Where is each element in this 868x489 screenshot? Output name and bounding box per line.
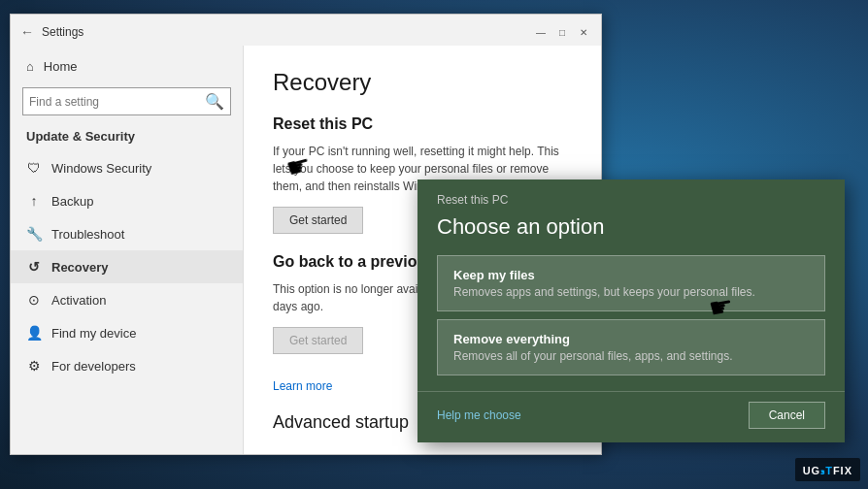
page-title: Recovery [273,69,572,96]
dialog-header: Reset this PC [417,179,845,211]
home-icon: ⌂ [26,59,34,74]
sidebar-item-recovery[interactable]: ↺ Recovery [11,250,243,283]
go-back-get-started-button: Get started [273,327,363,354]
sidebar-item-find-my-device[interactable]: 👤 Find my device [11,316,243,349]
sidebar-item-windows-security[interactable]: 🛡 Windows Security [11,151,243,184]
remove-everything-option[interactable]: Remove everything Removes all of your pe… [437,319,825,375]
cancel-button[interactable]: Cancel [749,402,825,429]
close-button[interactable]: ✕ [576,24,591,40]
watermark-et: ₃T [820,465,833,476]
keep-my-files-option[interactable]: Keep my files Removes apps and settings,… [437,255,825,311]
find-device-icon: 👤 [26,325,42,341]
shield-icon: 🛡 [26,160,42,176]
backup-icon: ↑ [26,193,42,209]
minimize-button[interactable]: — [533,24,549,40]
watermark-ug: UG [803,465,821,476]
activation-icon: ⊙ [26,292,42,308]
sidebar-item-label: Windows Security [51,161,151,176]
dialog-options: Keep my files Removes apps and settings,… [417,255,845,391]
sidebar-item-troubleshoot[interactable]: 🔧 Troubleshoot [11,217,243,250]
sidebar-home[interactable]: ⌂ Home [11,49,243,83]
option1-desc: Removes apps and settings, but keeps you… [453,285,809,299]
reset-dialog: Reset this PC Choose an option Keep my f… [417,179,845,442]
title-bar-left: ← Settings [20,24,83,40]
sidebar-item-label: For developers [51,359,136,374]
sidebar-item-label: Recovery [51,260,109,275]
sidebar-item-backup[interactable]: ↑ Backup [11,184,243,217]
watermark: UG₃TFIX [795,458,860,481]
sidebar-item-label: Find my device [51,326,136,341]
sidebar-item-label: Backup [51,194,93,209]
developers-icon: ⚙ [26,358,42,374]
dialog-title: Choose an option [417,211,845,255]
sidebar-item-label: Troubleshoot [51,227,124,242]
reset-section-title: Reset this PC [273,115,572,133]
title-bar: ← Settings — □ ✕ [11,15,601,46]
home-label: Home [44,59,78,74]
troubleshoot-icon: 🔧 [26,226,42,242]
sidebar: ⌂ Home 🔍 Update & Security 🛡 Windows Sec… [11,46,244,454]
help-me-choose-link[interactable]: Help me choose [437,408,521,422]
option2-title: Remove everything [453,332,809,346]
sidebar-item-label: Activation [51,293,106,308]
window-title: Settings [42,25,83,39]
reset-get-started-button[interactable]: Get started [273,207,363,234]
maximize-button[interactable]: □ [554,24,570,40]
dialog-footer: Help me choose Cancel [417,391,845,442]
watermark-fix: FIX [833,465,852,476]
recovery-icon: ↺ [26,259,42,275]
option2-desc: Removes all of your personal files, apps… [453,349,809,363]
search-icon: 🔍 [205,92,224,111]
sidebar-section-title: Update & Security [11,123,243,151]
sidebar-item-activation[interactable]: ⊙ Activation [11,283,243,316]
window-controls: — □ ✕ [533,24,591,40]
back-arrow-button[interactable]: ← [20,24,34,40]
search-input[interactable] [29,95,205,109]
search-box[interactable]: 🔍 [22,87,231,115]
option1-title: Keep my files [453,268,809,282]
sidebar-item-for-developers[interactable]: ⚙ For developers [11,349,243,382]
